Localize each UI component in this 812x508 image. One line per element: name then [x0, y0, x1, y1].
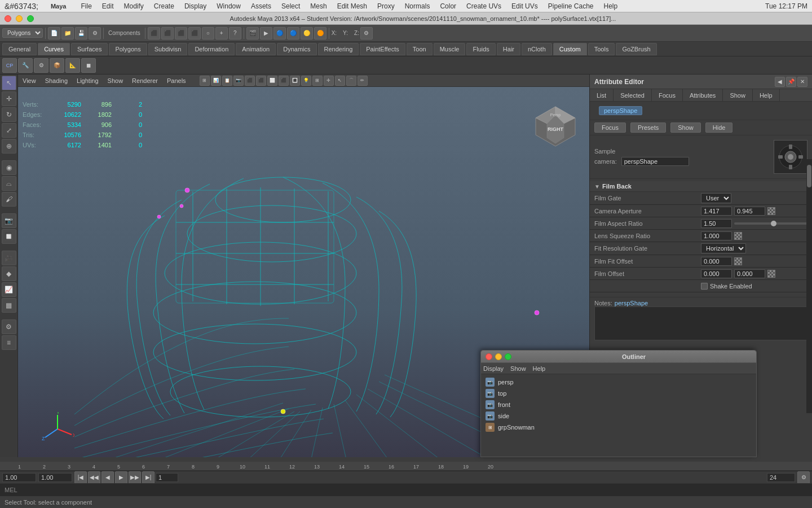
camera-tool[interactable]: 📷 [2, 213, 16, 228]
tab-dynamics[interactable]: Dynamics [277, 43, 316, 55]
vp-icon-select[interactable]: ↖ [335, 76, 345, 86]
outliner-menu-display[interactable]: Display [483, 365, 504, 372]
graph-editor[interactable]: 📈 [2, 282, 16, 297]
focus-button[interactable]: Focus [594, 122, 626, 133]
hide-button[interactable]: Hide [705, 122, 733, 133]
camera-aperture-input2[interactable] [734, 207, 765, 216]
scale-tool[interactable]: ⤢ [2, 123, 16, 138]
toolbar-options[interactable]: ⚙ [360, 27, 373, 40]
render-view[interactable]: 🎥 [2, 251, 16, 265]
tool-settings[interactable]: ⚙ [2, 319, 16, 334]
current-frame-display[interactable]: 1 [156, 473, 178, 482]
lens-squeeze-input[interactable] [701, 231, 732, 240]
soft-select[interactable]: ◉ [2, 160, 16, 175]
tab-painteffects[interactable]: PaintEffects [360, 43, 405, 55]
icon-cp[interactable]: CP [2, 58, 17, 73]
frame-end-field[interactable]: 24 [767, 473, 795, 482]
close-button[interactable] [5, 15, 11, 22]
toolbar-btn-2[interactable]: 📁 [61, 27, 74, 40]
toolbar-render-2[interactable]: ▶ [260, 27, 272, 40]
vp-icon-grid[interactable]: ⊞ [312, 76, 323, 86]
film-fit-offset-input[interactable] [701, 257, 732, 266]
menu-create[interactable]: Create [154, 2, 174, 10]
vp-icon-paint[interactable]: ✏ [358, 76, 368, 86]
vp-icon-lasso[interactable]: ⌒ [346, 76, 356, 86]
mel-input[interactable] [22, 487, 807, 493]
vp-icon-solid[interactable]: ⬛ [279, 76, 289, 86]
vp-menu-renderer[interactable]: Renderer [132, 77, 158, 84]
camera-aperture-input1[interactable] [701, 207, 732, 216]
vp-icon-wire[interactable]: ⬜ [267, 76, 277, 86]
outliner-item-persp[interactable]: 📷 persp [483, 376, 754, 388]
tab-fluids[interactable]: Fluids [466, 43, 495, 55]
tab-muscle[interactable]: Muscle [434, 43, 466, 55]
menu-proxy[interactable]: Proxy [377, 2, 395, 10]
timeline-end[interactable]: 1.00 [38, 473, 72, 482]
tab-polygons[interactable]: Polygons [109, 43, 147, 55]
film-offset-input1[interactable] [701, 269, 732, 278]
tab-rendering[interactable]: Rendering [318, 43, 359, 55]
transport-prev-key[interactable]: ◀◀ [88, 471, 100, 484]
film-aspect-slider[interactable] [734, 222, 807, 225]
transport-end[interactable]: ▶| [142, 471, 155, 484]
outliner-close[interactable] [486, 353, 492, 360]
universal-tool[interactable]: ⊕ [2, 139, 16, 154]
paint-tool[interactable]: 🖌 [2, 192, 16, 207]
toolbar-render-4[interactable]: 🔵 [287, 27, 299, 40]
attr-scrollbar-thumb[interactable] [807, 165, 811, 187]
tab-ncloth[interactable]: nCloth [522, 43, 552, 55]
menu-help[interactable]: Help [604, 2, 618, 10]
show-button[interactable]: Show [670, 122, 701, 133]
vp-menu-show[interactable]: Show [108, 77, 123, 84]
outliner-item-snowman[interactable]: ⊞ grpSnowman [483, 422, 754, 433]
toolbar-snap-4[interactable]: ⬛ [188, 27, 201, 40]
mode-dropdown[interactable]: Polygons [2, 28, 43, 38]
menu-display[interactable]: Display [184, 2, 206, 10]
menu-normals[interactable]: Normals [405, 2, 430, 10]
transport-back[interactable]: ◀ [102, 471, 114, 484]
timeline-start[interactable]: 1.00 [2, 473, 36, 482]
tab-curves[interactable]: Curves [38, 43, 70, 55]
presets-button[interactable]: Presets [630, 122, 666, 133]
vp-icon-tex[interactable]: 🔳 [290, 76, 300, 86]
attr-tab-list[interactable]: List [590, 89, 614, 101]
icon-tool-4[interactable]: 📐 [65, 58, 80, 73]
attr-tab-focus[interactable]: Focus [652, 89, 683, 101]
attr-editor-toggle[interactable]: ≡ [2, 335, 16, 350]
tab-subdivisn[interactable]: Subdivisn [148, 43, 188, 55]
tab-hair[interactable]: Hair [497, 43, 520, 55]
vp-icon-3[interactable]: 📋 [222, 76, 232, 86]
hypershade[interactable]: ◆ [2, 266, 16, 281]
outliner-maximize[interactable] [505, 353, 511, 360]
menu-window[interactable]: Window [217, 2, 241, 10]
lasso-tool[interactable]: ⌓ [2, 176, 16, 191]
film-aspect-handle[interactable] [771, 221, 776, 226]
filmback-header[interactable]: ▼ Film Back [590, 181, 812, 192]
apple-menu[interactable]: &#63743; [5, 2, 38, 11]
transport-start[interactable]: |◀ [74, 471, 87, 484]
attr-panel-pin[interactable]: 📌 [786, 77, 796, 87]
snap-tool[interactable]: 🔲 [2, 229, 16, 244]
vp-menu-view[interactable]: View [23, 77, 36, 84]
film-fit-checker[interactable] [734, 257, 742, 265]
menu-modify[interactable]: Modify [124, 2, 144, 10]
shake-enabled-checkbox[interactable] [701, 283, 708, 290]
outliner-menu-show[interactable]: Show [510, 365, 526, 372]
vp-menu-lighting[interactable]: Lighting [77, 77, 99, 84]
tab-gozbrush[interactable]: GoZBrush [616, 43, 656, 55]
film-offset-input2[interactable] [734, 269, 765, 278]
film-aspect-input[interactable] [701, 219, 732, 228]
menu-edit-uvs[interactable]: Edit UVs [511, 2, 538, 10]
camera-aperture-checker[interactable] [767, 207, 775, 215]
menu-mesh[interactable]: Mesh [310, 2, 326, 10]
menu-edit-mesh[interactable]: Edit Mesh [337, 2, 367, 10]
vp-icon-1[interactable]: ⊞ [200, 76, 210, 86]
tab-surfaces[interactable]: Surfaces [71, 43, 108, 55]
tab-tools[interactable]: Tools [588, 43, 615, 55]
vp-icon-5[interactable]: ⬛ [256, 76, 266, 86]
tab-deformation[interactable]: Deformation [188, 43, 235, 55]
film-offset-checker[interactable] [767, 270, 775, 278]
camera-value-input[interactable] [621, 157, 689, 166]
toolbar-render-1[interactable]: 🎬 [246, 27, 259, 40]
toolbar-snap-2[interactable]: ⬛ [161, 27, 174, 40]
